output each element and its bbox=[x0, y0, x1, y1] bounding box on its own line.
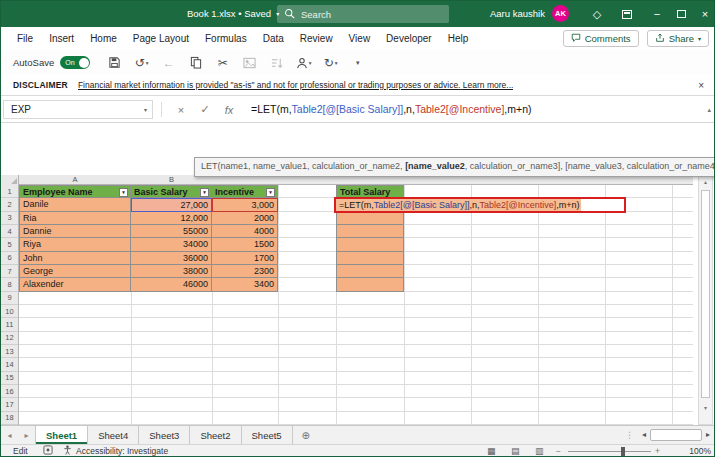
formula-bar-collapse-icon[interactable]: ▴ bbox=[707, 96, 711, 123]
accessibility-status[interactable]: Accessibility: Investigate bbox=[76, 445, 168, 457]
cell-e6[interactable] bbox=[336, 252, 404, 265]
row-header[interactable]: 1 bbox=[1, 185, 18, 198]
cell-c6[interactable]: 1700 bbox=[212, 252, 278, 265]
row-header[interactable]: 16 bbox=[1, 385, 18, 398]
sheet-tab-sheet5[interactable]: Sheet5 bbox=[242, 426, 293, 444]
row-header[interactable]: 3 bbox=[1, 212, 18, 225]
row-header[interactable]: 11 bbox=[1, 318, 18, 331]
row-header[interactable]: 5 bbox=[1, 238, 18, 251]
person-icon[interactable]: ▾ bbox=[293, 53, 314, 72]
horizontal-scrollbar[interactable]: ⋮ ◂ ▸ bbox=[625, 425, 712, 444]
row-header[interactable]: 6 bbox=[1, 252, 18, 265]
vertical-scroll-thumb[interactable] bbox=[701, 190, 710, 398]
cell-a8[interactable]: Alaxender bbox=[19, 278, 131, 291]
tab-review[interactable]: Review bbox=[292, 27, 341, 50]
name-box[interactable]: EXP ▾ bbox=[3, 100, 153, 119]
cell-b8[interactable]: 46000 bbox=[131, 278, 212, 291]
row-header[interactable]: 2 bbox=[1, 198, 18, 211]
formula-input[interactable]: =LET(m,Table2[@[Basic Salary]],n,Table2[… bbox=[251, 96, 531, 123]
accessibility-icon[interactable] bbox=[63, 445, 72, 457]
scroll-up-icon[interactable]: ▴ bbox=[699, 178, 712, 185]
tab-developer[interactable]: Developer bbox=[378, 27, 440, 50]
cell-a5[interactable]: Riya bbox=[19, 238, 131, 251]
filter-icon[interactable]: ▾ bbox=[200, 188, 209, 197]
tab-page-layout[interactable]: Page Layout bbox=[125, 27, 197, 50]
cell-b1[interactable]: Basic Salary▾ bbox=[131, 185, 212, 198]
cell-c2-red-reference[interactable]: 3,000 bbox=[212, 198, 278, 211]
document-title[interactable]: Book 1.xlsx • Saved▾ bbox=[187, 1, 279, 27]
disclaimer-close-icon[interactable]: × bbox=[698, 80, 704, 91]
autosave-toggle[interactable]: On bbox=[60, 56, 90, 69]
close-button[interactable]: × bbox=[694, 1, 715, 27]
cell-e8[interactable] bbox=[336, 278, 404, 291]
filter-icon[interactable]: ▾ bbox=[119, 188, 128, 197]
view-page-layout-icon[interactable]: ▤ bbox=[511, 445, 520, 457]
cell-b7[interactable]: 38000 bbox=[131, 265, 212, 278]
search-input[interactable]: Search bbox=[277, 5, 449, 23]
macro-record-icon[interactable] bbox=[43, 445, 53, 457]
cell-c3[interactable]: 2000 bbox=[212, 212, 278, 225]
tab-data[interactable]: Data bbox=[255, 27, 292, 50]
row-header[interactable]: 17 bbox=[1, 398, 18, 411]
minimize-button[interactable]: − bbox=[646, 1, 668, 27]
insert-function-button[interactable]: fx bbox=[219, 100, 239, 119]
cell-e3[interactable] bbox=[336, 212, 404, 225]
save-icon[interactable] bbox=[104, 53, 125, 72]
redo-icon[interactable]: ↻▾ bbox=[320, 53, 341, 72]
qat-overflow-icon[interactable]: ▾ bbox=[347, 53, 368, 72]
cell-a6[interactable]: John bbox=[19, 252, 131, 265]
cell-e4[interactable] bbox=[336, 225, 404, 238]
select-all-corner[interactable] bbox=[1, 175, 19, 185]
tab-splitter-icon[interactable]: ⋮ bbox=[625, 430, 634, 440]
maximize-button[interactable] bbox=[670, 1, 692, 27]
zoom-in-icon[interactable]: + bbox=[655, 445, 660, 457]
row-header[interactable]: 7 bbox=[1, 265, 18, 278]
sheet-tab-sheet3[interactable]: Sheet3 bbox=[139, 426, 190, 444]
cell-e7[interactable] bbox=[336, 265, 404, 278]
zoom-slider-track[interactable] bbox=[568, 451, 651, 452]
row-header[interactable]: 13 bbox=[1, 345, 18, 358]
cell-a1[interactable]: Employee Name▾ bbox=[19, 185, 131, 198]
zoom-level[interactable]: 100% bbox=[681, 445, 711, 457]
copy-icon[interactable] bbox=[185, 53, 206, 72]
undo-icon[interactable]: ↺▾ bbox=[131, 53, 152, 72]
cell-a4[interactable]: Dannie bbox=[19, 225, 131, 238]
cancel-button[interactable]: × bbox=[171, 100, 191, 119]
tab-help[interactable]: Help bbox=[440, 27, 477, 50]
sheet-tab-sheet4[interactable]: Sheet4 bbox=[88, 426, 139, 444]
hscroll-right-icon[interactable]: ▸ bbox=[704, 430, 712, 439]
horizontal-scroll-thumb[interactable] bbox=[650, 429, 702, 441]
cell-e2-formula-editing[interactable]: =LET(m,Table2[@[Basic Salary]],n,Table2[… bbox=[334, 197, 626, 214]
tab-formulas[interactable]: Formulas bbox=[197, 27, 255, 50]
tab-insert[interactable]: Insert bbox=[41, 27, 82, 50]
cell-a2[interactable]: Danile bbox=[19, 198, 131, 211]
row-header-column[interactable]: 1 2 3 4 5 6 7 8 9 10 11 12 13 14 15 16 1… bbox=[1, 185, 19, 425]
vertical-scrollbar[interactable]: ▴ ▾ bbox=[698, 175, 713, 425]
user-name[interactable]: Aaru kaushik bbox=[490, 1, 545, 27]
enter-button[interactable]: ✓ bbox=[195, 100, 215, 119]
sheet-nav-right-icon[interactable]: ▸ bbox=[18, 426, 35, 444]
cell-b6[interactable]: 36000 bbox=[131, 252, 212, 265]
row-header[interactable]: 9 bbox=[1, 292, 18, 305]
sheet-tab-sheet2[interactable]: Sheet2 bbox=[190, 426, 241, 444]
tab-view[interactable]: View bbox=[341, 27, 379, 50]
tab-file[interactable]: File bbox=[9, 27, 41, 50]
tab-home[interactable]: Home bbox=[82, 27, 125, 50]
filter-icon[interactable]: ▾ bbox=[266, 188, 275, 197]
zoom-slider-thumb[interactable] bbox=[621, 447, 625, 456]
row-header[interactable]: 8 bbox=[1, 278, 18, 291]
name-box-caret-icon[interactable]: ▾ bbox=[144, 106, 152, 113]
row-header[interactable]: 18 bbox=[1, 412, 18, 425]
cell-b2-blue-reference[interactable]: 27,000 bbox=[131, 198, 212, 211]
cell-e5[interactable] bbox=[336, 238, 404, 251]
cell-a3[interactable]: Ria bbox=[19, 212, 131, 225]
sheet-nav-left-icon[interactable]: ◂ bbox=[1, 426, 18, 444]
ribbon-display-options-icon[interactable] bbox=[616, 1, 638, 27]
cell-c8[interactable]: 3400 bbox=[212, 278, 278, 291]
share-button[interactable]: Share ▾ bbox=[647, 30, 709, 47]
column-header-a[interactable]: A bbox=[19, 175, 131, 185]
premium-diamond-icon[interactable]: ◇ bbox=[586, 1, 608, 27]
row-header[interactable]: 4 bbox=[1, 225, 18, 238]
sheet-tab-sheet1[interactable]: Sheet1 bbox=[35, 426, 88, 444]
cell-c4[interactable]: 4000 bbox=[212, 225, 278, 238]
